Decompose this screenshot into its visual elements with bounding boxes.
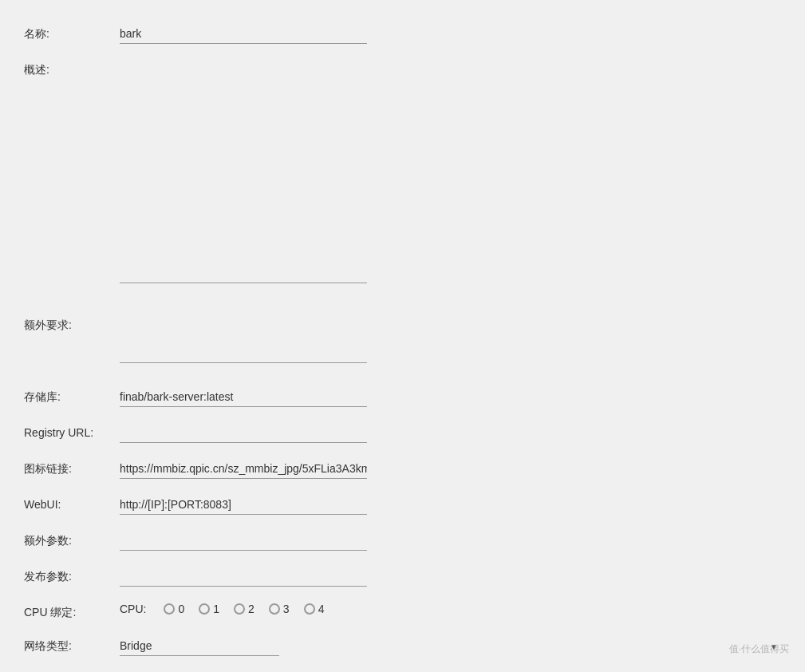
publish-params-control (120, 567, 781, 587)
repository-input[interactable] (120, 387, 367, 407)
extra-params-control (120, 531, 781, 551)
webui-label: WebUI: (24, 495, 120, 511)
extra-requirements-label: 额外要求: (24, 315, 120, 333)
registry-url-input[interactable] (120, 423, 367, 443)
network-type-select[interactable]: Bridge Host None (120, 636, 279, 656)
extra-params-row: 额外参数: (24, 523, 781, 559)
icon-url-label: 图标链接: (24, 459, 120, 476)
description-row: 概述: (24, 52, 781, 307)
network-type-control: Bridge Host None (120, 636, 781, 656)
webui-control (120, 495, 781, 515)
webui-row: WebUI: (24, 487, 781, 523)
repository-row: 存储库: (24, 379, 781, 415)
cpu-radio-0[interactable] (164, 603, 175, 615)
network-type-label: 网络类型: (24, 636, 120, 654)
extra-requirements-control (120, 315, 781, 363)
registry-url-row: Registry URL: (24, 415, 781, 451)
extra-requirements-textarea[interactable] (120, 315, 367, 363)
cpu-radio-3[interactable] (269, 603, 280, 615)
extra-params-input[interactable] (120, 531, 367, 551)
cpu-binding-control: CPU: 0 1 2 3 4 (120, 603, 781, 615)
cpu-label: CPU: (120, 603, 146, 615)
console-shell-row: 控制台 shell 命令: Shell bash sh (24, 664, 781, 672)
extra-requirements-row: 额外要求: (24, 307, 781, 379)
description-label: 概述: (24, 60, 120, 77)
registry-url-control (120, 423, 781, 443)
icon-url-row: 图标链接: (24, 451, 781, 487)
cpu-option-3[interactable]: 3 (269, 603, 290, 615)
cpu-binding-label: CPU 绑定: (24, 603, 120, 620)
cpu-radio-1[interactable] (199, 603, 210, 615)
publish-params-row: 发布参数: (24, 559, 781, 595)
description-control (120, 60, 781, 283)
icon-url-control (120, 459, 781, 479)
publish-params-label: 发布参数: (24, 567, 120, 584)
network-type-select-wrapper: Bridge Host None (120, 636, 781, 656)
cpu-binding-row: CPU 绑定: CPU: 0 1 2 3 (24, 595, 781, 628)
repository-control (120, 387, 781, 407)
publish-params-input[interactable] (120, 567, 367, 587)
extra-params-label: 额外参数: (24, 531, 120, 548)
name-control (120, 24, 781, 44)
cpu-radio-4[interactable] (304, 603, 315, 615)
cpu-binding-options: CPU: 0 1 2 3 4 (120, 603, 781, 615)
cpu-option-4[interactable]: 4 (304, 603, 325, 615)
cpu-option-2[interactable]: 2 (234, 603, 255, 615)
name-row: 名称: (24, 16, 781, 52)
name-label: 名称: (24, 24, 120, 42)
name-input[interactable] (120, 24, 367, 44)
form-container: 名称: 概述: 额外要求: 存储库: Registry URL: 图标链接: (0, 0, 805, 672)
registry-url-label: Registry URL: (24, 423, 120, 439)
watermark: 值·什么值得买 (729, 642, 789, 656)
icon-url-input[interactable] (120, 459, 367, 479)
webui-input[interactable] (120, 495, 367, 515)
network-type-row: 网络类型: Bridge Host None (24, 628, 781, 664)
description-textarea[interactable] (120, 60, 367, 283)
cpu-option-0[interactable]: 0 (164, 603, 184, 615)
cpu-radio-2[interactable] (234, 603, 245, 615)
cpu-option-1[interactable]: 1 (199, 603, 219, 615)
repository-label: 存储库: (24, 387, 120, 405)
